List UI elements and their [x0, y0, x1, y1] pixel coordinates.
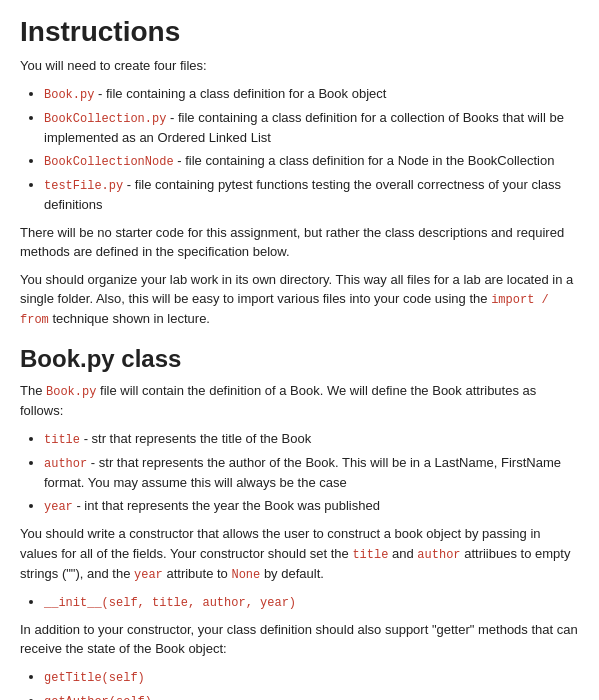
list-item: year - int that represents the year the … [44, 496, 579, 516]
bookpy-inline: Book.py [46, 385, 96, 399]
file-desc-1: - file containing a class definition for… [94, 86, 386, 101]
section2-title: Book.py class [20, 345, 579, 373]
list-item: __init__(self, title, author, year) [44, 592, 579, 612]
attr-name-1: title [44, 433, 80, 447]
constructor-mid3: attribute to [163, 566, 232, 581]
getter-methods-list: getTitle(self) getAuthor(self) getYear(s… [44, 667, 579, 701]
list-item: Book.py - file containing a class defini… [44, 84, 579, 104]
attr-name-2: author [44, 457, 87, 471]
section2-intro: The Book.py file will contain the defini… [20, 381, 579, 421]
constructor-end: by default. [260, 566, 324, 581]
attr-desc-2: - str that represents the author of the … [44, 455, 561, 490]
page-title: Instructions [20, 16, 579, 48]
file-name-4: testFile.py [44, 179, 123, 193]
para1: There will be no starter code for this a… [20, 223, 579, 262]
attr-desc-3: - int that represents the year the Book … [73, 498, 380, 513]
getter-para: In addition to your constructor, your cl… [20, 620, 579, 659]
file-desc-3: - file containing a class definition for… [174, 153, 555, 168]
file-name-1: Book.py [44, 88, 94, 102]
list-item: getTitle(self) [44, 667, 579, 687]
files-list: Book.py - file containing a class defini… [44, 84, 579, 215]
attr-name-3: year [44, 500, 73, 514]
attributes-list: title - str that represents the title of… [44, 429, 579, 517]
list-item: BookCollection.py - file containing a cl… [44, 108, 579, 148]
file-name-2: BookCollection.py [44, 112, 166, 126]
init-method: __init__(self, title, author, year) [44, 596, 296, 610]
author-code: author [417, 548, 460, 562]
file-name-3: BookCollectionNode [44, 155, 174, 169]
getter-method-1: getTitle(self) [44, 671, 145, 685]
intro-text: The [20, 383, 46, 398]
constructor-method-list: __init__(self, title, author, year) [44, 592, 579, 612]
list-item: testFile.py - file containing pytest fun… [44, 175, 579, 215]
attr-desc-1: - str that represents the title of the B… [80, 431, 311, 446]
list-item: title - str that represents the title of… [44, 429, 579, 449]
list-item: getAuthor(self) [44, 691, 579, 701]
intro-para: You will need to create four files: [20, 56, 579, 76]
year-code: year [134, 568, 163, 582]
constructor-mid1: and [388, 546, 417, 561]
para2-end: technique shown in lecture. [49, 311, 210, 326]
intro-end: file will contain the definition of a Bo… [20, 383, 536, 418]
list-item: author - str that represents the author … [44, 453, 579, 493]
list-item: BookCollectionNode - file containing a c… [44, 151, 579, 171]
none-code: None [231, 568, 260, 582]
title-code: title [352, 548, 388, 562]
para2: You should organize your lab work in its… [20, 270, 579, 330]
constructor-para: You should write a constructor that allo… [20, 524, 579, 584]
getter-method-2: getAuthor(self) [44, 695, 152, 701]
